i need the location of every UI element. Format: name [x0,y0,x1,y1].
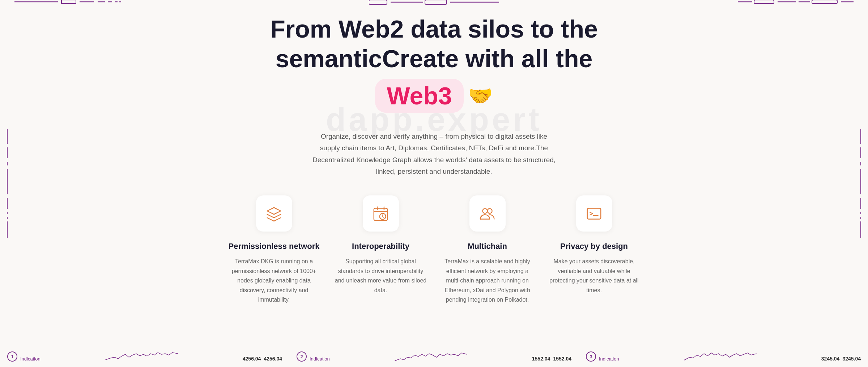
users-icon [479,206,495,222]
indicator-value2-2: 1552.04 [553,356,571,362]
indicator-badge-2: 2 [297,351,307,362]
indicator-value1-3: 3245.04 [821,356,840,362]
bottom-indicators: 1 Indication 4256.04 4256.04 2 Indicatio… [0,338,868,367]
indicator-label-3: Indication [599,356,619,362]
feature-desc-interoperability: Supporting all critical global standards… [335,257,427,295]
indicator-label-1: Indication [20,356,41,362]
feature-title-interoperability: Interoperability [352,242,409,251]
svg-rect-7 [369,0,387,4]
right-side-decoration [859,129,868,238]
feature-card-privacy: Privacy by design Make your assets disco… [548,195,640,305]
description-text: Organize, discover and verify anything –… [311,131,557,177]
title-line2: semanticCreate with all the [270,44,598,74]
top-center-decoration [369,0,499,11]
feature-desc-permissionless: TerraMax DKG is running on a permissionl… [228,257,320,305]
indicator-value1-2: 1552.04 [532,356,550,362]
indicator-value2-3: 3245.04 [842,356,861,362]
feature-card-interoperability: Interoperability Supporting all critical… [335,195,427,305]
feature-card-permissionless: Permissionless network TerraMax DKG is r… [228,195,320,305]
feature-icon-box-multichain [469,195,506,232]
sparkline-1 [43,347,240,362]
web3-label: Web3 [387,82,452,109]
sparkline-2 [333,347,529,362]
top-left-decoration [14,0,130,11]
feature-title-multichain: Multichain [468,242,507,251]
web3-badge: Web3 [375,79,463,113]
svg-rect-9 [425,0,447,4]
features-grid: Permissionless network TerraMax DKG is r… [224,195,644,305]
indicator-label-2: Indication [310,356,330,362]
indicator-value2-1: 4256.04 [264,356,282,362]
feature-title-permissionless: Permissionless network [229,242,320,251]
svg-point-39 [488,208,492,213]
terminal-icon [586,206,602,222]
main-content: From Web2 data silos to the semanticCrea… [217,0,651,305]
indicator-group-3: 3 Indication 3245.04 3245.04 [579,347,868,367]
indicator-group-1: 1 Indication 4256.04 4256.04 [0,347,289,367]
feature-icon-box-permissionless [256,195,292,232]
feature-desc-multichain: TerraMax is a scalable and highly effici… [441,257,533,305]
indicator-badge-1: 1 [7,351,17,362]
layers-icon [266,206,282,222]
svg-point-38 [482,208,487,213]
indicator-value1-1: 4256.04 [243,356,261,362]
top-right-decoration [738,0,854,11]
main-title: From Web2 data silos to the semanticCrea… [270,14,598,73]
indicator-badge-3: 3 [586,351,596,362]
svg-rect-15 [812,0,837,4]
web3-icon: 🤝 [468,84,493,108]
svg-rect-12 [754,0,774,4]
feature-icon-box-interoperability [363,195,399,232]
svg-rect-1 [61,0,76,4]
feature-title-privacy: Privacy by design [560,242,628,251]
feature-desc-privacy: Make your assets discoverable, verifiabl… [548,257,640,295]
calendar-clock-icon [373,206,389,222]
page-wrapper: dapp.expert From Web2 data silos to the … [0,0,868,367]
feature-icon-box-privacy [576,195,612,232]
feature-card-multichain: Multichain TerraMax is a scalable and hi… [441,195,533,305]
sparkline-3 [622,347,818,362]
title-line1: From Web2 data silos to the [270,15,598,43]
indicator-group-2: 2 Indication 1552.04 1552.04 [289,347,579,367]
web3-badge-container: Web3 🤝 [375,79,493,113]
left-side-decoration [0,129,9,238]
svg-rect-40 [587,208,601,219]
heading-section: From Web2 data silos to the semanticCrea… [270,14,598,113]
